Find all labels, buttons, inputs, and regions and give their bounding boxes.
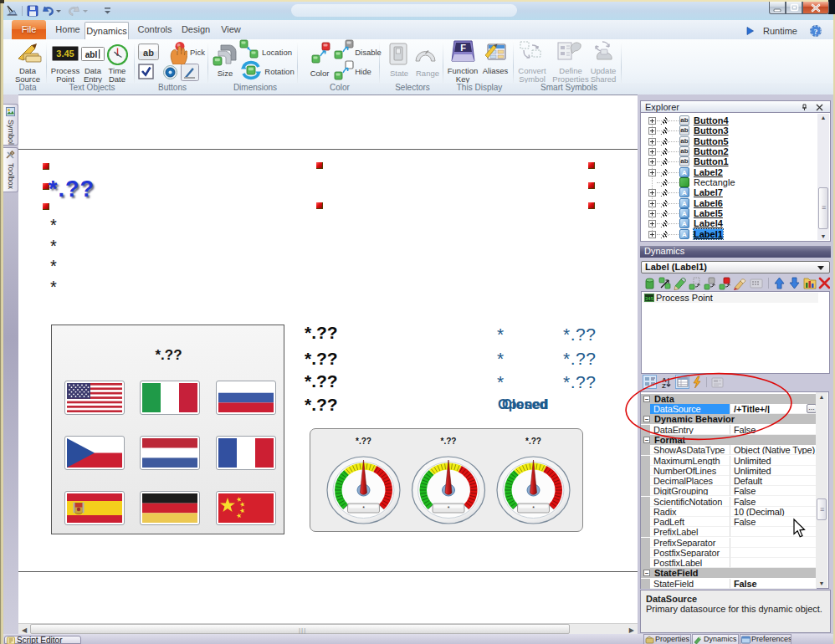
svg-text:*.??: *.?? (525, 437, 541, 446)
svg-text:?: ? (814, 28, 818, 36)
svg-text:Z: Z (662, 382, 666, 390)
svg-text:abl: abl (85, 50, 98, 59)
svg-text:*.??: *.?? (441, 437, 457, 446)
svg-text:*.??: *.?? (356, 437, 371, 446)
svg-text:ab: ab (143, 48, 154, 58)
svg-text:3.45: 3.45 (56, 49, 74, 59)
svg-text:F: F (460, 43, 466, 53)
svg-text:345: 345 (645, 296, 654, 301)
